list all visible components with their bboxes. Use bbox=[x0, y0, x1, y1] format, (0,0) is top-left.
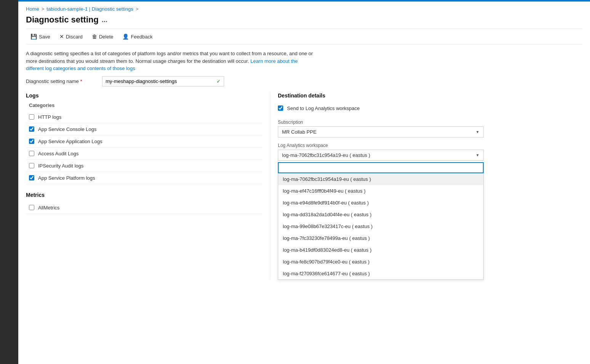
log-analytics-label: Log Analytics workspace bbox=[278, 143, 582, 148]
two-col-layout: Logs Categories HTTP logsApp Service Con… bbox=[26, 93, 582, 280]
feedback-button[interactable]: 👤 Feedback bbox=[118, 31, 157, 42]
metrics-checkbox-row: AllMetrics bbox=[26, 202, 262, 214]
dropdown-items: log-ma-7062fbc31c954a19-eu ( eastus )log… bbox=[278, 173, 483, 279]
diagnostic-name-input[interactable] bbox=[106, 78, 215, 84]
required-marker: * bbox=[80, 78, 82, 84]
log-analytics-select[interactable]: log-ma-7062fbc31c954a19-eu ( eastus ) ▼ bbox=[278, 150, 484, 161]
send-to-log-analytics-checkbox[interactable] bbox=[278, 105, 283, 111]
logs-section-title: Logs bbox=[26, 93, 262, 99]
log-checkbox-0[interactable] bbox=[29, 114, 34, 120]
breadcrumb-resource[interactable]: tabiodun-sample-1 | Diagnostic settings bbox=[46, 6, 133, 12]
diagnostic-name-input-container: ✓ bbox=[102, 76, 224, 86]
breadcrumb-sep2: > bbox=[136, 6, 139, 12]
send-to-log-analytics-label[interactable]: Send to Log Analytics workspace bbox=[287, 105, 360, 111]
logs-checkbox-row: Access Audit Logs bbox=[26, 148, 262, 160]
metric-checkbox-0[interactable] bbox=[29, 205, 34, 210]
dropdown-item-8[interactable]: log-ma-f270936fce614677-eu ( eastus ) bbox=[278, 268, 483, 279]
form-label-text: Diagnostic setting name bbox=[26, 78, 79, 84]
name-valid-icon: ✓ bbox=[216, 78, 221, 84]
workspace-dropdown-list: log-ma-7062fbc31c954a19-eu ( eastus )log… bbox=[278, 173, 484, 280]
sidebar bbox=[0, 0, 18, 284]
dropdown-item-5[interactable]: log-ma-7fc33230fe78499a-eu ( eastus ) bbox=[278, 232, 483, 244]
dropdown-item-4[interactable]: log-ma-99e08b67e323417c-eu ( eastus ) bbox=[278, 220, 483, 232]
discard-label: Discard bbox=[66, 34, 83, 40]
workspace-search-input[interactable] bbox=[278, 162, 484, 173]
destination-section-title: Destination details bbox=[278, 93, 582, 99]
log-label-1[interactable]: App Service Console Logs bbox=[38, 126, 96, 132]
log-label-2[interactable]: App Service Application Logs bbox=[38, 139, 102, 144]
metric-label-0[interactable]: AllMetrics bbox=[38, 205, 59, 211]
log-analytics-field-group: Log Analytics workspace log-ma-7062fbc31… bbox=[278, 143, 582, 280]
delete-button[interactable]: 🗑 Delete bbox=[87, 31, 118, 42]
log-label-0[interactable]: HTTP logs bbox=[38, 114, 61, 120]
dropdown-item-1[interactable]: log-ma-ef47c16fff0b4f49-eu ( eastus ) bbox=[278, 185, 483, 197]
logs-checkboxes-container: HTTP logsApp Service Console LogsApp Ser… bbox=[26, 111, 262, 184]
categories-subtitle: Categories bbox=[29, 102, 262, 108]
log-analytics-value: log-ma-7062fbc31c954a19-eu ( eastus ) bbox=[282, 152, 370, 158]
metrics-section: Metrics AllMetrics bbox=[26, 192, 262, 214]
log-label-5[interactable]: App Service Platform logs bbox=[38, 175, 95, 181]
save-label: Save bbox=[39, 34, 50, 40]
discard-icon: ✕ bbox=[59, 34, 64, 40]
save-button[interactable]: 💾 Save bbox=[26, 31, 55, 42]
logs-checkbox-row: App Service Console Logs bbox=[26, 123, 262, 136]
save-icon: 💾 bbox=[30, 34, 37, 40]
feedback-label: Feedback bbox=[131, 34, 152, 40]
dropdown-item-6[interactable]: log-ma-b419df0d83024ed8-eu ( eastus ) bbox=[278, 244, 483, 256]
subscription-chevron-icon: ▼ bbox=[476, 130, 479, 134]
log-analytics-chevron-icon: ▼ bbox=[476, 153, 479, 157]
logs-checkbox-row: App Service Platform logs bbox=[26, 172, 262, 184]
right-column: Destination details Send to Log Analytic… bbox=[270, 93, 582, 280]
subscription-value: MR Collab PPE bbox=[282, 129, 316, 135]
log-checkbox-1[interactable] bbox=[29, 126, 34, 132]
dropdown-item-0[interactable]: log-ma-7062fbc31c954a19-eu ( eastus ) bbox=[278, 173, 483, 185]
discard-button[interactable]: ✕ Discard bbox=[55, 31, 87, 42]
form-row-name: Diagnostic setting name * ✓ bbox=[26, 76, 582, 86]
log-checkbox-2[interactable] bbox=[29, 139, 34, 144]
main-content: Home > tabiodun-sample-1 | Diagnostic se… bbox=[18, 2, 590, 284]
form-label-name: Diagnostic setting name * bbox=[26, 78, 102, 84]
page-title-dots[interactable]: ... bbox=[102, 16, 107, 24]
logs-checkbox-row: App Service Application Logs bbox=[26, 136, 262, 148]
dropdown-item-7[interactable]: log-ma-fe8c907bd79f4ce0-eu ( eastus ) bbox=[278, 256, 483, 268]
feedback-icon: 👤 bbox=[122, 34, 129, 40]
log-label-3[interactable]: Access Audit Logs bbox=[38, 151, 79, 156]
left-column: Logs Categories HTTP logsApp Service Con… bbox=[26, 93, 270, 280]
dropdown-item-2[interactable]: log-ma-e94d8fe9df914b0f-eu ( eastus ) bbox=[278, 197, 483, 209]
delete-label: Delete bbox=[99, 34, 114, 40]
breadcrumb-sep1: > bbox=[42, 6, 45, 12]
page-title: Diagnostic setting bbox=[26, 15, 99, 25]
breadcrumb: Home > tabiodun-sample-1 | Diagnostic se… bbox=[26, 6, 582, 12]
page-title-row: Diagnostic setting ... bbox=[26, 15, 582, 25]
log-checkbox-3[interactable] bbox=[29, 151, 34, 156]
logs-checkbox-row: IPSecurity Audit logs bbox=[26, 160, 262, 172]
metrics-checkboxes-container: AllMetrics bbox=[26, 202, 262, 214]
subscription-field-group: Subscription MR Collab PPE ▼ bbox=[278, 120, 582, 137]
metrics-section-title: Metrics bbox=[26, 192, 262, 198]
subscription-label: Subscription bbox=[278, 120, 582, 125]
log-checkbox-5[interactable] bbox=[29, 175, 34, 180]
log-checkbox-4[interactable] bbox=[29, 163, 34, 168]
toolbar: 💾 Save ✕ Discard 🗑 Delete 👤 Feedback bbox=[26, 29, 582, 45]
send-to-log-analytics-row: Send to Log Analytics workspace bbox=[278, 102, 582, 114]
dropdown-item-3[interactable]: log-ma-dd318a2da1d04f4e-eu ( eastus ) bbox=[278, 209, 483, 220]
log-label-4[interactable]: IPSecurity Audit logs bbox=[38, 163, 83, 169]
breadcrumb-home[interactable]: Home bbox=[26, 6, 39, 12]
delete-icon: 🗑 bbox=[92, 34, 97, 40]
subscription-select[interactable]: MR Collab PPE ▼ bbox=[278, 126, 484, 137]
logs-checkbox-row: HTTP logs bbox=[26, 111, 262, 123]
description: A diagnostic setting specifies a list of… bbox=[26, 50, 316, 72]
